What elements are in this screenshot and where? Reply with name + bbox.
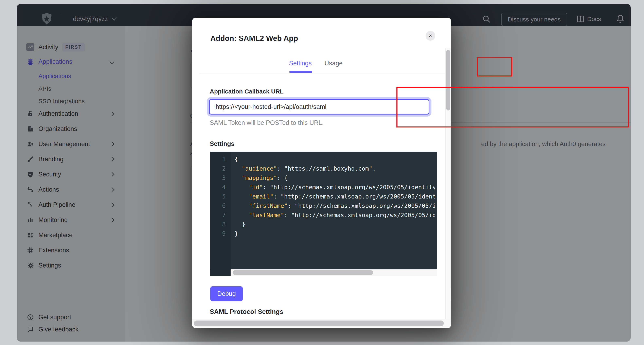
editor-code-line: "mappings": {: [234, 173, 435, 183]
editor-horizontal-scrollbar-thumb[interactable]: [232, 270, 373, 275]
editor-line-number: 8: [210, 220, 226, 229]
editor-line-number: 6: [210, 201, 226, 210]
saml-protocol-settings-heading: SAML Protocol Settings: [210, 308, 283, 315]
editor-gutter: 123456789: [210, 152, 230, 269]
editor-line-number: 7: [210, 210, 226, 220]
editor-code-line: "audience": "https://saml.boxyhq.com",: [234, 164, 435, 173]
editor-line-number: 3: [210, 173, 226, 183]
modal-horizontal-scrollbar-thumb[interactable]: [194, 320, 444, 326]
debug-label: Debug: [217, 290, 236, 297]
callback-url-helper: SAML Token will be POSTed to this URL.: [210, 119, 324, 126]
callback-url-label: Application Callback URL: [210, 88, 284, 95]
editor-code-line: "firstName": "http://schemas.xmlsoap.org…: [234, 201, 435, 210]
addon-modal: Addon: SAML2 Web App × SettingsUsage App…: [192, 18, 451, 328]
callback-url-value: https://<your-hosted-url>/api/oauth/saml: [216, 103, 326, 111]
editor-code-line: }: [234, 220, 435, 229]
editor-line-number: 1: [210, 155, 226, 164]
debug-button[interactable]: Debug: [210, 286, 243, 301]
tab-usage[interactable]: Usage: [324, 60, 343, 67]
editor-line-number: 2: [210, 164, 226, 173]
tab-settings[interactable]: Settings: [289, 60, 312, 67]
tabs-divider: [199, 73, 445, 74]
editor-line-number: 4: [210, 183, 226, 192]
editor-code-line: {: [234, 155, 435, 164]
editor-code-line: "lastName": "http://schemas.xmlsoap.org/…: [234, 210, 435, 220]
annotation-callback-url: [396, 87, 629, 128]
editor-code-line: }: [234, 229, 435, 238]
modal-title: Addon: SAML2 Web App: [210, 34, 298, 43]
editor-code-line: "id": "http://schemas.xmlsoap.org/ws/200…: [234, 183, 435, 192]
screenshot-stage: dev-tyj7qyzz Discuss your needs Docs: [0, 0, 644, 345]
active-tab-underline: [290, 71, 312, 73]
editor-code-line: "email": "http://schemas.xmlsoap.org/ws/…: [234, 192, 435, 201]
json-code-editor[interactable]: 123456789 { "audience": "https://saml.bo…: [210, 152, 437, 269]
annotation-settings-tab: [477, 57, 512, 77]
editor-line-number: 9: [210, 229, 226, 238]
editor-line-number: 5: [210, 192, 226, 201]
settings-section-label: Settings: [210, 140, 234, 148]
editor-scroll-corner: [210, 269, 230, 276]
close-icon[interactable]: ×: [426, 31, 435, 41]
